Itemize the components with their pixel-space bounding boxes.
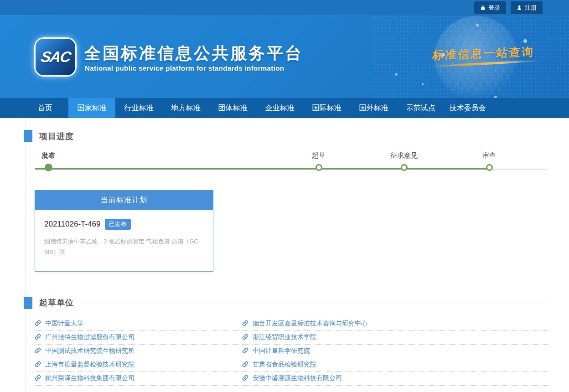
nav-item-4[interactable]: 团体标准 [209,98,256,118]
unit-name: 中国计量科学研究院 [253,347,310,355]
plan-title: 细胞培养液中苯乙烯、2-氯乙醇的测定 气相色谱-质谱（GC-MS）法 [44,236,205,258]
unit-name: 安徽中盛溯源生物科技有限公司 [253,374,342,382]
login-label: 登录 [488,4,500,12]
unit-name: 杭州荣泽生物科技集团有限公司 [45,374,134,382]
site-header: SAC 全国标准信息公共服务平台 National public service… [0,15,569,98]
nav-item-label: 团体标准 [218,104,248,112]
progress-step-4: 发布 [26,150,71,171]
sac-logo: SAC [36,39,75,75]
drafting-unit-link-1[interactable]: 浙江经贸职业技术学院 [242,331,548,345]
plan-card-header: 当前标准计划 [35,190,213,210]
current-plan-card: 当前标准计划 20211026-T-469已发布 细胞培养液中苯乙烯、2-氯乙醇… [35,190,213,272]
unit-name: 浙江经贸职业技术学院 [253,333,316,341]
nav-item-label: 示范试点 [406,104,435,112]
nav-item-1[interactable]: 国家标准 [68,98,115,118]
link-icon [242,361,248,369]
login-button[interactable]: 登录 [474,1,506,14]
progress-step-label: 发布 [26,150,71,160]
link-icon [242,320,248,328]
topbar: 登录 注册 [0,0,569,15]
nav-item-label: 地方标准 [171,104,201,112]
drafting-unit-link-1[interactable]: 广州洁特生物过滤股份有限公司 [35,331,242,345]
progress-step-dot [401,164,408,171]
link-icon [35,320,41,328]
drafting-unit-link-4[interactable]: 安徽中盛溯源生物科技有限公司 [242,372,548,386]
section-heading-drafting: 起草单位 [24,272,547,309]
progress-section-title: 项目进度 [39,131,74,142]
drafting-units-column-left: 中国计量大学 广州洁特生物过滤股份有限公司 中国测试技术研究院生物研究所 上海市… [35,317,242,386]
drafting-unit-link-2[interactable]: 中国计量科学研究院 [242,345,548,358]
progress-step-label: 起草 [296,150,341,160]
progress-step-0: 起草 [296,150,341,171]
drafting-unit-link-0[interactable]: 中国计量大学 [35,317,242,331]
drafting-unit-link-3[interactable]: 上海市质量监督检验技术研究院 [35,358,242,372]
status-badge: 已发布 [105,219,131,230]
link-icon [35,361,41,369]
sac-logo-text: SAC [39,48,71,66]
unit-name: 广州洁特生物过滤股份有限公司 [45,333,134,341]
content-container: 项目进度 起草 征求意见 审查 批准 [25,118,547,392]
drafting-unit-link-4[interactable]: 杭州荣泽生物科技集团有限公司 [35,372,242,386]
progress-timeline: 起草 征求意见 审查 批准 发布 [26,150,547,182]
unit-name: 上海市质量监督检验技术研究院 [45,361,134,369]
progress-step-2: 审查 [466,150,512,171]
unit-name: 中国计量大学 [45,320,83,328]
link-icon [242,375,248,382]
drafting-units-column-right: 烟台开发区嘉里标准技术咨询与研究中心 浙江经贸职业技术学院 中国计量科学研究院 … [242,317,548,386]
drafting-unit-link-0[interactable]: 烟台开发区嘉里标准技术咨询与研究中心 [242,317,548,331]
link-icon [242,347,248,355]
link-icon [35,334,41,341]
progress-step-dot [486,164,493,171]
nav-item-label: 首页 [38,104,52,112]
nav-item-3[interactable]: 地方标准 [162,98,209,118]
progress-step-dot [45,164,52,171]
nav-item-label: 技术委员会 [450,104,486,112]
nav-item-label: 国外标准 [359,104,388,112]
register-button[interactable]: 注册 [511,1,543,14]
nav-item-7[interactable]: 国外标准 [350,98,397,118]
user-icon [517,5,522,10]
link-icon [35,347,41,355]
unit-name: 烟台开发区嘉里标准技术咨询与研究中心 [253,320,367,328]
lock-icon [480,5,486,10]
nav-item-label: 国际标准 [312,104,341,112]
drafting-unit-link-3[interactable]: 甘肃省食品检验研究院 [242,358,548,372]
nav-item-9[interactable]: 技术委员会 [444,98,491,118]
heading-accent-bar [24,130,32,142]
nav-item-label: 国家标准 [78,104,107,112]
nav-item-label: 企业标准 [265,104,295,112]
drafting-section-title: 起草单位 [39,297,74,308]
nav-item-label: 行业标准 [124,104,154,112]
heading-rule [82,303,547,303]
plan-card-body: 20211026-T-469已发布 细胞培养液中苯乙烯、2-氯乙醇的测定 气相色… [35,210,213,272]
slogan-calligraphy: 标准信息一站查询 [432,44,535,63]
progress-step-1: 征求意见 [381,150,427,171]
site-title: 全国标准信息公共服务平台 [84,42,303,65]
progress-step-dot [316,164,322,171]
nav-item-5[interactable]: 企业标准 [256,98,303,118]
link-icon [35,375,41,382]
unit-name: 中国测试技术研究院生物研究所 [45,347,134,355]
nav-item-8[interactable]: 示范试点 [397,98,444,118]
heading-accent-bar [24,297,32,309]
drafting-units-list: 中国计量大学 广州洁特生物过滤股份有限公司 中国测试技术研究院生物研究所 上海市… [35,317,548,386]
progress-step-label: 审查 [466,150,512,160]
sparkle-dots-decoration [422,83,424,85]
nav-item-0[interactable]: 首页 [21,98,68,118]
nav-item-2[interactable]: 行业标准 [115,98,162,118]
plan-code: 20211026-T-469 [44,220,101,228]
main-nav: 首页 国家标准 行业标准 地方标准 团体标准 企业标准 国际标准 国外标准 示范… [0,98,569,118]
nav-item-6[interactable]: 国际标准 [303,98,350,118]
site-subtitle: National public service platform for sta… [85,64,284,72]
heading-rule [82,136,547,136]
link-icon [242,334,248,341]
unit-name: 甘肃省食品检验研究院 [253,361,316,369]
plan-code-row: 20211026-T-469已发布 [44,219,204,230]
progress-step-label: 征求意见 [381,150,427,160]
drafting-unit-link-2[interactable]: 中国测试技术研究院生物研究所 [35,345,242,358]
register-label: 注册 [525,4,537,12]
section-heading-progress: 项目进度 [24,118,547,142]
